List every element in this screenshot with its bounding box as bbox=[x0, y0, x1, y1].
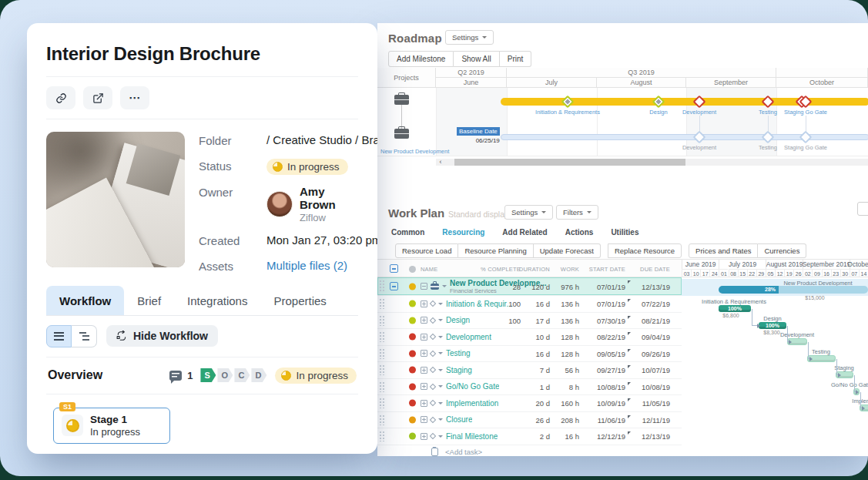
resource-planning-button[interactable]: Resource Planning bbox=[458, 243, 533, 258]
scroll-left-arrow[interactable]: ‹ bbox=[436, 159, 445, 166]
gantt-task-bar[interactable]: 100% bbox=[759, 322, 786, 329]
row-checkbox[interactable] bbox=[390, 282, 398, 290]
task-name[interactable]: Staging bbox=[446, 366, 472, 374]
more-actions-button[interactable]: ⋯ bbox=[120, 86, 149, 109]
collapse-icon[interactable] bbox=[421, 283, 427, 290]
task-name[interactable]: Testing bbox=[446, 349, 471, 357]
workplan-tab-actions[interactable]: Actions bbox=[565, 228, 594, 237]
row-drag-handle[interactable] bbox=[379, 348, 384, 359]
chevron-down-icon[interactable] bbox=[438, 336, 443, 341]
expand-icon[interactable] bbox=[421, 317, 427, 324]
row-drag-handle[interactable] bbox=[379, 364, 384, 375]
tab-integrations[interactable]: Integrations bbox=[174, 286, 260, 315]
row-drag-handle[interactable] bbox=[379, 431, 384, 441]
tree-view-button[interactable] bbox=[72, 325, 97, 347]
row-drag-handle[interactable] bbox=[379, 280, 384, 292]
share-button[interactable] bbox=[83, 86, 112, 109]
project-thumbnail[interactable] bbox=[46, 132, 185, 267]
quarter-header-q2: Q2 2019 bbox=[436, 68, 507, 78]
workplan-tab-utilities[interactable]: Utilities bbox=[611, 228, 638, 237]
owner-value: Amy BrownZiflow bbox=[266, 185, 358, 223]
expand-icon[interactable] bbox=[421, 433, 427, 440]
list-view-button[interactable] bbox=[46, 325, 72, 347]
chevron-down-icon[interactable] bbox=[442, 285, 447, 290]
hide-workflow-button[interactable]: Hide Workflow bbox=[106, 325, 218, 347]
table-row[interactable]: New Product Developme...Financial Servic… bbox=[377, 277, 682, 296]
expand-icon[interactable] bbox=[421, 400, 427, 407]
workplan-tab-common[interactable]: Common bbox=[391, 228, 424, 237]
comment-icon[interactable] bbox=[169, 371, 182, 381]
table-row[interactable]: Testing16 d128 h09/05/1909/26/19 bbox=[377, 346, 682, 363]
tab-brief[interactable]: Brief bbox=[124, 286, 174, 315]
expand-icon[interactable] bbox=[421, 383, 427, 390]
row-drag-handle[interactable] bbox=[379, 315, 384, 326]
row-drag-handle[interactable] bbox=[379, 381, 384, 392]
table-row[interactable]: Initiation & Requir...10016 d136 h07/01/… bbox=[377, 296, 682, 313]
print-button[interactable]: Print bbox=[500, 51, 532, 67]
update-forecast-button[interactable]: Update Forecast bbox=[534, 243, 601, 258]
row-drag-handle[interactable] bbox=[379, 398, 384, 408]
workplan-tab-resourcing[interactable]: Resourcing bbox=[442, 228, 484, 237]
chevron-down-icon[interactable] bbox=[438, 435, 443, 440]
quarter-header-q3: Q3 2019 bbox=[507, 68, 776, 78]
task-name[interactable]: Design bbox=[446, 316, 470, 324]
chevron-down-icon[interactable] bbox=[438, 352, 443, 357]
add-milestone-button[interactable]: Add Milestone bbox=[388, 51, 454, 67]
add-task-row[interactable]: <Add task> bbox=[377, 445, 682, 458]
chevron-down-icon[interactable] bbox=[438, 385, 443, 390]
roadmap-hscrollbar-thumb[interactable] bbox=[454, 159, 685, 166]
workplan-filters-button[interactable]: Filters bbox=[556, 205, 598, 220]
roadmap-project-label[interactable]: New Product Development bbox=[380, 148, 449, 155]
task-name[interactable]: Closure bbox=[446, 415, 472, 424]
briefcase-icon[interactable] bbox=[394, 95, 409, 105]
assets-link[interactable]: Multiple files (2) bbox=[266, 259, 347, 272]
row-drag-handle[interactable] bbox=[379, 298, 384, 309]
workplan-tab-add-related[interactable]: Add Related bbox=[502, 228, 547, 237]
cut-off-control[interactable] bbox=[857, 202, 868, 216]
expand-icon[interactable] bbox=[421, 367, 427, 374]
workplan-settings-button[interactable]: Settings bbox=[504, 205, 553, 220]
gantt-summary-bar[interactable]: 28% bbox=[719, 286, 868, 294]
table-row[interactable]: Staging7 d56 h09/27/1910/07/19 bbox=[377, 362, 682, 379]
task-name[interactable]: Final Milestone bbox=[446, 432, 498, 441]
roadmap-settings-button[interactable]: Settings bbox=[445, 30, 494, 45]
expand-icon[interactable] bbox=[421, 416, 427, 423]
chevron-down-icon[interactable] bbox=[438, 418, 443, 423]
table-row[interactable]: Closure26 d208 h11/06/1912/11/19 bbox=[377, 412, 682, 429]
expand-icon[interactable] bbox=[421, 350, 427, 357]
row-drag-handle[interactable] bbox=[379, 415, 384, 425]
copy-link-button[interactable] bbox=[46, 86, 75, 109]
expand-icon[interactable] bbox=[421, 300, 427, 307]
stage-card[interactable]: S1 Stage 1 In progress bbox=[53, 408, 170, 445]
chevron-down-icon[interactable] bbox=[438, 319, 443, 324]
chevron-down-icon[interactable] bbox=[438, 369, 443, 374]
roadmap-current-bar[interactable] bbox=[501, 98, 868, 106]
table-row[interactable]: Go/No Go Gate1 d8 h10/08/1910/08/19 bbox=[377, 379, 682, 396]
task-name[interactable]: Development bbox=[446, 333, 491, 341]
chevron-down-icon[interactable] bbox=[438, 303, 443, 307]
briefcase-icon[interactable] bbox=[394, 129, 409, 139]
roadmap-baseline-bar[interactable] bbox=[501, 134, 868, 140]
table-row[interactable]: Design10017 d136 h07/30/1908/21/19 bbox=[377, 313, 682, 330]
task-name[interactable]: Go/No Go Gate bbox=[446, 382, 499, 391]
replace-resource-button[interactable]: Replace Resource bbox=[608, 243, 682, 258]
show-all-button[interactable]: Show All bbox=[454, 51, 499, 67]
expand-icon[interactable] bbox=[421, 334, 427, 341]
chevron-down-icon[interactable] bbox=[438, 402, 443, 407]
task-name[interactable]: Initiation & Requir... bbox=[446, 300, 513, 308]
dependency-connector bbox=[752, 309, 757, 326]
tab-workflow[interactable]: Workflow bbox=[46, 286, 124, 315]
task-name-cell: Go/No Go Gate bbox=[421, 379, 499, 395]
overview-row[interactable]: Overview 1 SOCD In progress bbox=[46, 357, 358, 394]
resource-load-button[interactable]: Resource Load bbox=[395, 243, 458, 258]
tab-properties[interactable]: Properties bbox=[260, 286, 339, 315]
prices-and-rates-button[interactable]: Prices and Rates bbox=[689, 243, 758, 258]
gantt-task-bar[interactable]: 100% bbox=[719, 305, 751, 312]
row-drag-handle[interactable] bbox=[379, 331, 384, 342]
currencies-button[interactable]: Currencies bbox=[758, 243, 806, 258]
table-row[interactable]: Implementation20 d160 h10/09/1911/05/19 bbox=[377, 395, 682, 412]
select-all-checkbox[interactable] bbox=[390, 264, 398, 273]
table-row[interactable]: Final Milestone2 d16 h12/12/1912/13/19 bbox=[377, 428, 682, 445]
table-row[interactable]: Development10 d128 h08/22/1909/04/19 bbox=[377, 329, 682, 346]
task-name[interactable]: Implementation bbox=[446, 399, 498, 408]
